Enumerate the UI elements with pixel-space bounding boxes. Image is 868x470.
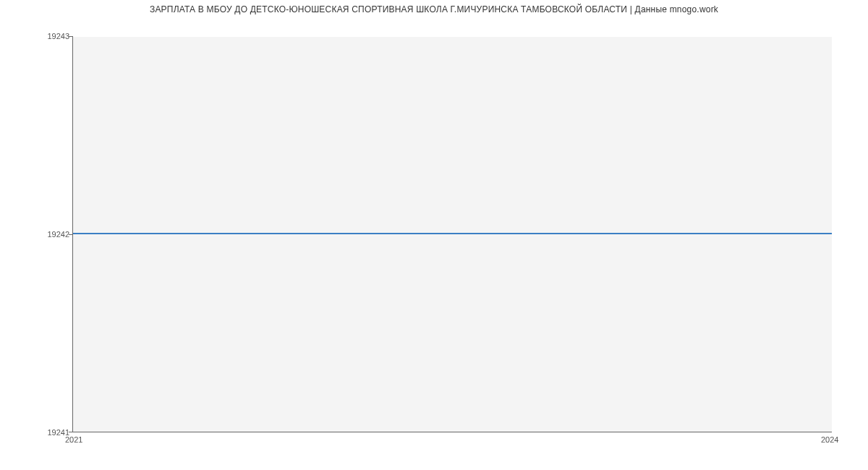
data-series-line	[73, 233, 832, 234]
x-tick-label: 2021	[65, 435, 82, 444]
y-tick-label: 19241	[26, 428, 69, 437]
x-tick-label: 2024	[821, 435, 838, 444]
y-tick-label: 19242	[26, 230, 69, 239]
chart-title: ЗАРПЛАТА В МБОУ ДО ДЕТСКО-ЮНОШЕСКАЯ СПОР…	[0, 4, 868, 14]
gridline	[73, 36, 832, 37]
y-tick-label: 19243	[26, 32, 69, 40]
chart-container: ЗАРПЛАТА В МБОУ ДО ДЕТСКО-ЮНОШЕСКАЯ СПОР…	[0, 0, 868, 470]
plot-area	[72, 36, 832, 432]
